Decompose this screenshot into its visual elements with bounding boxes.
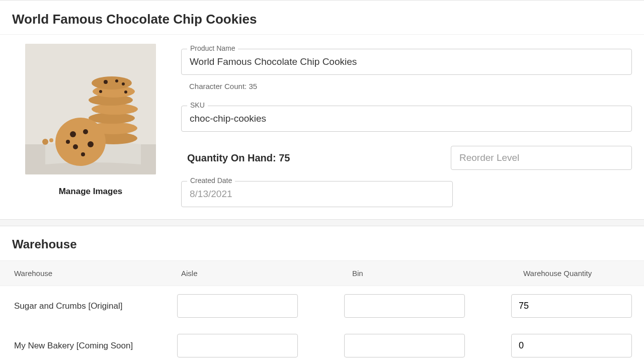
svg-point-9	[104, 80, 108, 84]
table-row: My New Bakery [Coming Soon]	[0, 326, 644, 362]
created-date-input[interactable]	[181, 181, 453, 207]
col-qty: Warehouse Quantity	[523, 269, 644, 278]
svg-point-13	[124, 90, 127, 94]
svg-point-20	[66, 140, 70, 144]
sku-input[interactable]	[181, 106, 632, 132]
page-title: World Famous Chocolate Chip Cookies	[0, 1, 644, 34]
svg-point-17	[73, 144, 78, 149]
bin-input[interactable]	[344, 294, 465, 318]
qty-row: Quantity On Hand: 75	[181, 146, 632, 170]
warehouse-name: My New Bakery [Coming Soon]	[0, 341, 177, 351]
aisle-input[interactable]	[177, 294, 298, 318]
created-date-label: Created Date	[187, 176, 235, 185]
bin-input[interactable]	[344, 334, 465, 357]
product-body: Manage Images Product Name Character Cou…	[0, 35, 644, 219]
svg-point-11	[122, 82, 125, 85]
product-name-label: Product Name	[187, 44, 238, 52]
col-bin: Bin	[352, 269, 523, 278]
col-aisle: Aisle	[181, 269, 352, 278]
fields-column: Product Name Character Count: 35 SKU Qua…	[181, 44, 644, 207]
table-row: Sugar and Crumbs [Original]	[0, 286, 644, 326]
warehouse-name: Sugar and Crumbs [Original]	[0, 301, 177, 311]
svg-point-16	[83, 129, 88, 134]
warehouse-title: Warehouse	[0, 226, 644, 260]
reorder-level-input[interactable]	[451, 146, 632, 170]
svg-point-15	[70, 131, 76, 137]
svg-point-22	[49, 138, 53, 142]
qty-on-hand-label: Quantity On Hand: 75	[181, 152, 431, 164]
svg-point-19	[81, 152, 85, 156]
product-name-input[interactable]	[181, 49, 632, 75]
svg-point-10	[115, 79, 118, 82]
sku-field: SKU	[181, 106, 632, 132]
char-count-text: Character Count: 35	[181, 79, 632, 97]
col-warehouse: Warehouse	[0, 269, 181, 278]
sku-label: SKU	[187, 101, 208, 109]
warehouse-header-row: Warehouse Aisle Bin Warehouse Quantity	[0, 260, 644, 286]
svg-point-18	[88, 141, 94, 147]
svg-point-21	[42, 139, 48, 145]
svg-point-8	[92, 76, 132, 89]
warehouse-card: Warehouse Warehouse Aisle Bin Warehouse …	[0, 226, 644, 362]
created-date-field: Created Date	[181, 181, 453, 207]
product-image	[25, 44, 156, 174]
reorder-field	[451, 146, 632, 170]
product-name-field: Product Name	[181, 49, 632, 75]
product-card: World Famous Chocolate Chip Cookies	[0, 0, 644, 220]
warehouse-table: Warehouse Aisle Bin Warehouse Quantity S…	[0, 260, 644, 362]
warehouse-qty-input[interactable]	[511, 334, 632, 357]
aisle-input[interactable]	[177, 334, 298, 357]
cookies-icon	[25, 44, 156, 174]
manage-images-link[interactable]: Manage Images	[59, 187, 123, 197]
svg-point-12	[99, 90, 102, 93]
warehouse-qty-input[interactable]	[511, 294, 632, 318]
image-column: Manage Images	[0, 44, 181, 207]
